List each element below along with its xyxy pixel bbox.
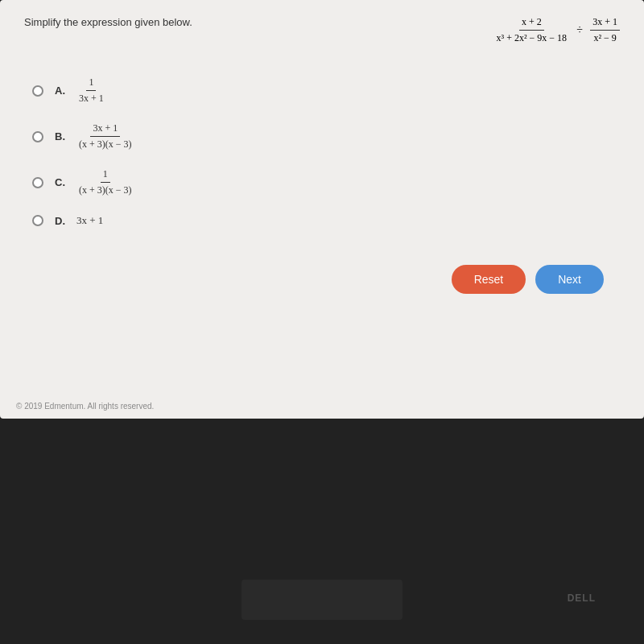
footer-copyright: © 2019 Edmentum. All rights reserved. (16, 402, 154, 411)
radio-c[interactable] (32, 177, 43, 188)
radio-a[interactable] (32, 85, 43, 97)
option-c-label: C. (55, 176, 65, 188)
sub-window (242, 580, 402, 620)
dividend-fraction: x + 2 x³ + 2x² − 9x − 18 (494, 16, 570, 44)
divisor-fraction: 3x + 1 x² − 9 (590, 16, 620, 44)
option-a-label: A. (55, 85, 65, 97)
buttons-row: Reset Next (452, 265, 604, 294)
options-container: A. 1 3x + 1 B. 3x + 1 (x + 3)(x − 3) C (32, 76, 620, 227)
divisor-numerator: 3x + 1 (590, 16, 620, 31)
main-screen: Simplify the expression given below. x +… (0, 0, 644, 419)
dividend-denominator: x³ + 2x² − 9x − 18 (494, 31, 570, 44)
divisor-denominator: x² − 9 (591, 31, 618, 44)
option-d-content: 3x + 1 (76, 214, 103, 227)
radio-d[interactable] (32, 215, 43, 226)
expression-box: x + 2 x³ + 2x² − 9x − 18 ÷ 3x + 1 x² − 9 (494, 16, 620, 44)
option-d[interactable]: D. 3x + 1 (32, 214, 620, 227)
option-b-content: 3x + 1 (x + 3)(x − 3) (76, 122, 134, 151)
dividend-numerator: x + 2 (519, 16, 544, 31)
option-c-content: 1 (x + 3)(x − 3) (76, 168, 134, 196)
option-b-label: B. (55, 130, 65, 142)
next-button[interactable]: Next (535, 265, 604, 294)
option-b[interactable]: B. 3x + 1 (x + 3)(x − 3) (32, 122, 620, 151)
division-symbol: ÷ (576, 24, 583, 36)
radio-b[interactable] (32, 131, 43, 142)
option-c[interactable]: C. 1 (x + 3)(x − 3) (32, 168, 620, 196)
laptop-body: DELL (0, 419, 644, 644)
option-d-label: D. (55, 215, 65, 227)
reset-button[interactable]: Reset (452, 265, 526, 294)
dell-logo: DELL (568, 592, 596, 604)
option-a[interactable]: A. 1 3x + 1 (32, 76, 620, 105)
option-a-content: 1 3x + 1 (76, 76, 106, 105)
